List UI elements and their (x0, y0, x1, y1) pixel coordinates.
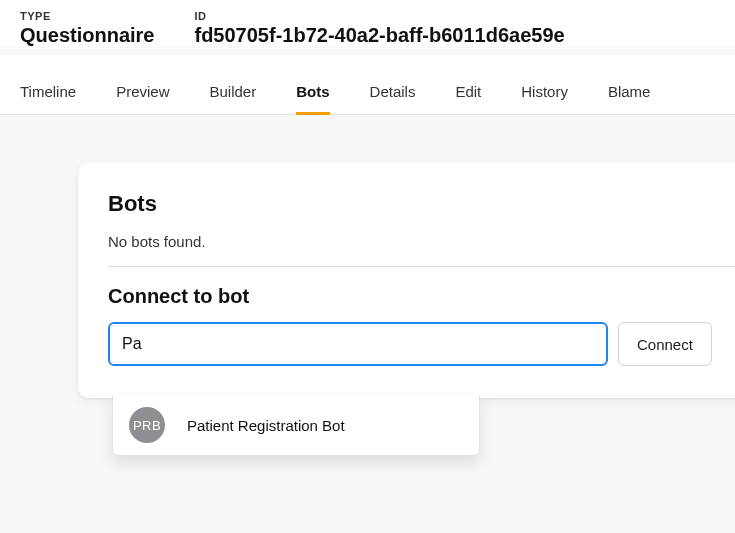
meta-type: TYPE Questionnaire (20, 10, 154, 47)
meta-type-value: Questionnaire (20, 24, 154, 47)
meta-type-label: TYPE (20, 10, 154, 22)
tab-edit[interactable]: Edit (455, 73, 481, 114)
bots-empty-text: No bots found. (108, 233, 735, 250)
tab-blame[interactable]: Blame (608, 73, 651, 114)
meta-id-label: ID (194, 10, 564, 22)
bot-search-input[interactable] (108, 322, 608, 366)
resource-header: TYPE Questionnaire ID fd50705f-1b72-40a2… (0, 0, 735, 47)
connect-button[interactable]: Connect (618, 322, 712, 366)
tab-bots[interactable]: Bots (296, 73, 329, 114)
tab-timeline[interactable]: Timeline (20, 73, 76, 114)
avatar: PRB (129, 407, 165, 443)
autocomplete-dropdown: PRB Patient Registration Bot (112, 395, 480, 456)
tab-preview[interactable]: Preview (116, 73, 169, 114)
bots-card: Bots No bots found. Connect to bot Conne… (78, 163, 735, 398)
connect-heading: Connect to bot (108, 285, 735, 308)
autocomplete-option[interactable]: PRB Patient Registration Bot (113, 395, 479, 455)
meta-id-value: fd50705f-1b72-40a2-baff-b6011d6ae59e (194, 24, 564, 47)
tab-bar: Timeline Preview Builder Bots Details Ed… (0, 55, 735, 115)
tab-history[interactable]: History (521, 73, 568, 114)
tab-details[interactable]: Details (370, 73, 416, 114)
meta-id: ID fd50705f-1b72-40a2-baff-b6011d6ae59e (194, 10, 564, 47)
autocomplete-option-label: Patient Registration Bot (187, 417, 345, 434)
bots-heading: Bots (108, 191, 735, 217)
divider (108, 266, 735, 267)
tab-builder[interactable]: Builder (210, 73, 257, 114)
